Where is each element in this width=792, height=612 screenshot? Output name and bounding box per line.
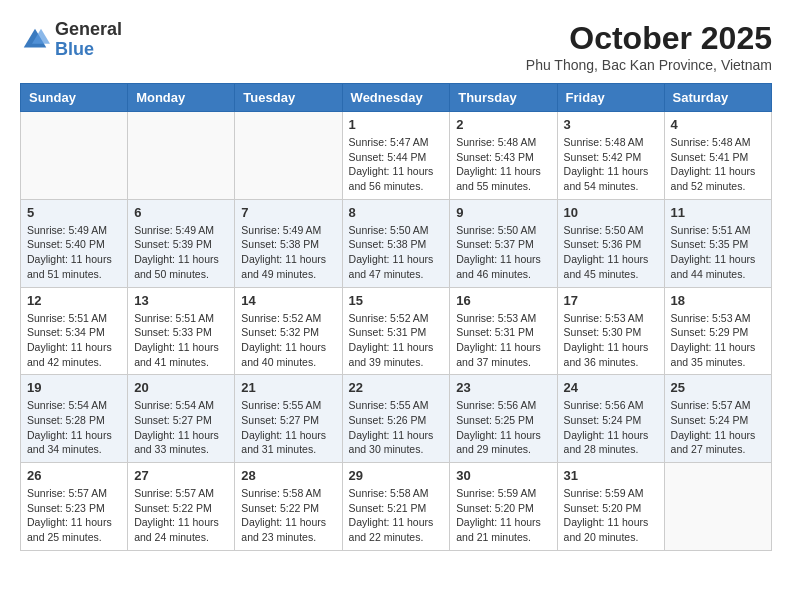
calendar-day-7: 7Sunrise: 5:49 AM Sunset: 5:38 PM Daylig…: [235, 199, 342, 287]
day-number: 27: [134, 468, 228, 483]
day-info: Sunrise: 5:56 AM Sunset: 5:25 PM Dayligh…: [456, 398, 550, 457]
day-number: 25: [671, 380, 765, 395]
day-info: Sunrise: 5:53 AM Sunset: 5:29 PM Dayligh…: [671, 311, 765, 370]
weekday-header-sunday: Sunday: [21, 84, 128, 112]
day-number: 21: [241, 380, 335, 395]
logo-icon: [20, 25, 50, 55]
day-info: Sunrise: 5:52 AM Sunset: 5:32 PM Dayligh…: [241, 311, 335, 370]
day-info: Sunrise: 5:56 AM Sunset: 5:24 PM Dayligh…: [564, 398, 658, 457]
calendar-day-28: 28Sunrise: 5:58 AM Sunset: 5:22 PM Dayli…: [235, 463, 342, 551]
location-subtitle: Phu Thong, Bac Kan Province, Vietnam: [526, 57, 772, 73]
day-info: Sunrise: 5:48 AM Sunset: 5:41 PM Dayligh…: [671, 135, 765, 194]
day-info: Sunrise: 5:49 AM Sunset: 5:40 PM Dayligh…: [27, 223, 121, 282]
day-number: 13: [134, 293, 228, 308]
day-number: 6: [134, 205, 228, 220]
calendar-week-row: 12Sunrise: 5:51 AM Sunset: 5:34 PM Dayli…: [21, 287, 772, 375]
day-info: Sunrise: 5:55 AM Sunset: 5:27 PM Dayligh…: [241, 398, 335, 457]
calendar-table: SundayMondayTuesdayWednesdayThursdayFrid…: [20, 83, 772, 551]
day-number: 11: [671, 205, 765, 220]
weekday-header-tuesday: Tuesday: [235, 84, 342, 112]
calendar-day-16: 16Sunrise: 5:53 AM Sunset: 5:31 PM Dayli…: [450, 287, 557, 375]
calendar-day-6: 6Sunrise: 5:49 AM Sunset: 5:39 PM Daylig…: [128, 199, 235, 287]
calendar-day-14: 14Sunrise: 5:52 AM Sunset: 5:32 PM Dayli…: [235, 287, 342, 375]
day-number: 14: [241, 293, 335, 308]
calendar-week-row: 1Sunrise: 5:47 AM Sunset: 5:44 PM Daylig…: [21, 112, 772, 200]
calendar-empty-cell: [235, 112, 342, 200]
calendar-empty-cell: [664, 463, 771, 551]
calendar-empty-cell: [128, 112, 235, 200]
day-number: 19: [27, 380, 121, 395]
calendar-day-24: 24Sunrise: 5:56 AM Sunset: 5:24 PM Dayli…: [557, 375, 664, 463]
weekday-header-row: SundayMondayTuesdayWednesdayThursdayFrid…: [21, 84, 772, 112]
day-number: 24: [564, 380, 658, 395]
calendar-week-row: 26Sunrise: 5:57 AM Sunset: 5:23 PM Dayli…: [21, 463, 772, 551]
day-info: Sunrise: 5:50 AM Sunset: 5:37 PM Dayligh…: [456, 223, 550, 282]
calendar-day-31: 31Sunrise: 5:59 AM Sunset: 5:20 PM Dayli…: [557, 463, 664, 551]
day-info: Sunrise: 5:54 AM Sunset: 5:27 PM Dayligh…: [134, 398, 228, 457]
month-year-title: October 2025: [526, 20, 772, 57]
calendar-day-21: 21Sunrise: 5:55 AM Sunset: 5:27 PM Dayli…: [235, 375, 342, 463]
day-info: Sunrise: 5:57 AM Sunset: 5:23 PM Dayligh…: [27, 486, 121, 545]
calendar-day-25: 25Sunrise: 5:57 AM Sunset: 5:24 PM Dayli…: [664, 375, 771, 463]
day-number: 17: [564, 293, 658, 308]
calendar-day-15: 15Sunrise: 5:52 AM Sunset: 5:31 PM Dayli…: [342, 287, 450, 375]
calendar-day-5: 5Sunrise: 5:49 AM Sunset: 5:40 PM Daylig…: [21, 199, 128, 287]
weekday-header-monday: Monday: [128, 84, 235, 112]
calendar-day-22: 22Sunrise: 5:55 AM Sunset: 5:26 PM Dayli…: [342, 375, 450, 463]
day-info: Sunrise: 5:54 AM Sunset: 5:28 PM Dayligh…: [27, 398, 121, 457]
logo-text: General Blue: [55, 20, 122, 60]
day-info: Sunrise: 5:59 AM Sunset: 5:20 PM Dayligh…: [564, 486, 658, 545]
calendar-day-20: 20Sunrise: 5:54 AM Sunset: 5:27 PM Dayli…: [128, 375, 235, 463]
title-section: October 2025 Phu Thong, Bac Kan Province…: [526, 20, 772, 73]
calendar-day-13: 13Sunrise: 5:51 AM Sunset: 5:33 PM Dayli…: [128, 287, 235, 375]
weekday-header-thursday: Thursday: [450, 84, 557, 112]
day-number: 5: [27, 205, 121, 220]
day-info: Sunrise: 5:51 AM Sunset: 5:33 PM Dayligh…: [134, 311, 228, 370]
day-info: Sunrise: 5:55 AM Sunset: 5:26 PM Dayligh…: [349, 398, 444, 457]
calendar-empty-cell: [21, 112, 128, 200]
day-number: 12: [27, 293, 121, 308]
day-number: 18: [671, 293, 765, 308]
day-info: Sunrise: 5:59 AM Sunset: 5:20 PM Dayligh…: [456, 486, 550, 545]
day-info: Sunrise: 5:50 AM Sunset: 5:36 PM Dayligh…: [564, 223, 658, 282]
weekday-header-wednesday: Wednesday: [342, 84, 450, 112]
calendar-week-row: 5Sunrise: 5:49 AM Sunset: 5:40 PM Daylig…: [21, 199, 772, 287]
day-info: Sunrise: 5:51 AM Sunset: 5:35 PM Dayligh…: [671, 223, 765, 282]
day-number: 15: [349, 293, 444, 308]
calendar-day-10: 10Sunrise: 5:50 AM Sunset: 5:36 PM Dayli…: [557, 199, 664, 287]
day-number: 3: [564, 117, 658, 132]
day-info: Sunrise: 5:50 AM Sunset: 5:38 PM Dayligh…: [349, 223, 444, 282]
calendar-day-18: 18Sunrise: 5:53 AM Sunset: 5:29 PM Dayli…: [664, 287, 771, 375]
calendar-day-3: 3Sunrise: 5:48 AM Sunset: 5:42 PM Daylig…: [557, 112, 664, 200]
logo: General Blue: [20, 20, 122, 60]
day-info: Sunrise: 5:53 AM Sunset: 5:31 PM Dayligh…: [456, 311, 550, 370]
calendar-day-11: 11Sunrise: 5:51 AM Sunset: 5:35 PM Dayli…: [664, 199, 771, 287]
calendar-day-4: 4Sunrise: 5:48 AM Sunset: 5:41 PM Daylig…: [664, 112, 771, 200]
calendar-day-23: 23Sunrise: 5:56 AM Sunset: 5:25 PM Dayli…: [450, 375, 557, 463]
weekday-header-friday: Friday: [557, 84, 664, 112]
calendar-day-8: 8Sunrise: 5:50 AM Sunset: 5:38 PM Daylig…: [342, 199, 450, 287]
day-number: 9: [456, 205, 550, 220]
day-number: 31: [564, 468, 658, 483]
day-info: Sunrise: 5:48 AM Sunset: 5:42 PM Dayligh…: [564, 135, 658, 194]
calendar-day-17: 17Sunrise: 5:53 AM Sunset: 5:30 PM Dayli…: [557, 287, 664, 375]
day-number: 28: [241, 468, 335, 483]
day-info: Sunrise: 5:49 AM Sunset: 5:38 PM Dayligh…: [241, 223, 335, 282]
day-info: Sunrise: 5:52 AM Sunset: 5:31 PM Dayligh…: [349, 311, 444, 370]
day-number: 29: [349, 468, 444, 483]
day-number: 22: [349, 380, 444, 395]
day-info: Sunrise: 5:47 AM Sunset: 5:44 PM Dayligh…: [349, 135, 444, 194]
calendar-day-12: 12Sunrise: 5:51 AM Sunset: 5:34 PM Dayli…: [21, 287, 128, 375]
day-info: Sunrise: 5:48 AM Sunset: 5:43 PM Dayligh…: [456, 135, 550, 194]
calendar-day-29: 29Sunrise: 5:58 AM Sunset: 5:21 PM Dayli…: [342, 463, 450, 551]
calendar-day-9: 9Sunrise: 5:50 AM Sunset: 5:37 PM Daylig…: [450, 199, 557, 287]
logo-general: General: [55, 20, 122, 40]
day-info: Sunrise: 5:57 AM Sunset: 5:22 PM Dayligh…: [134, 486, 228, 545]
day-info: Sunrise: 5:53 AM Sunset: 5:30 PM Dayligh…: [564, 311, 658, 370]
day-number: 4: [671, 117, 765, 132]
logo-blue: Blue: [55, 40, 122, 60]
day-number: 26: [27, 468, 121, 483]
day-number: 7: [241, 205, 335, 220]
day-number: 30: [456, 468, 550, 483]
calendar-day-30: 30Sunrise: 5:59 AM Sunset: 5:20 PM Dayli…: [450, 463, 557, 551]
